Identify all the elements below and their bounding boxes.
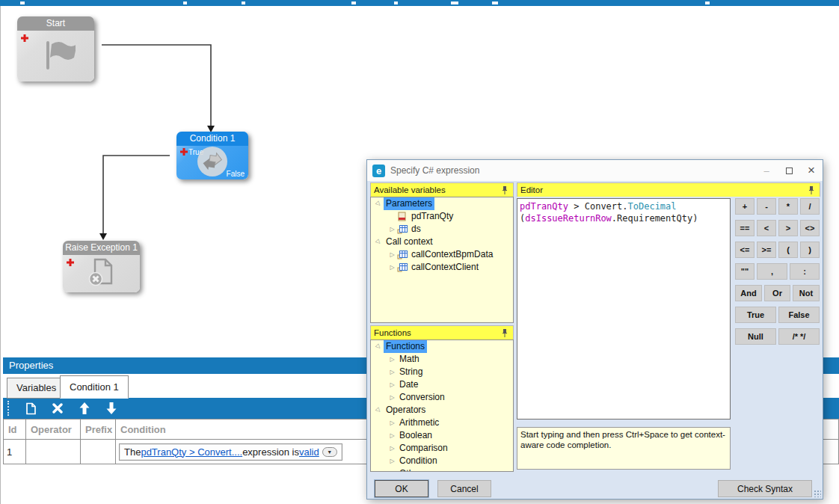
node-condition-title: Condition 1 bbox=[176, 132, 248, 146]
check-syntax-button[interactable]: Check Syntax bbox=[718, 480, 812, 497]
col-operator[interactable]: Operator bbox=[26, 420, 81, 440]
ok-button[interactable]: OK bbox=[375, 480, 428, 497]
tree-item-pdtranqty[interactable]: pdTranQty bbox=[371, 210, 513, 223]
pin-icon[interactable] bbox=[501, 328, 510, 338]
add-plus-icon[interactable] bbox=[66, 256, 75, 270]
add-plus-icon[interactable] bbox=[20, 32, 29, 46]
toolbar-glyph bbox=[351, 1, 356, 4]
tab-condition-1[interactable]: Condition 1 bbox=[60, 375, 129, 399]
node-condition-1[interactable]: Condition 1 True False bbox=[176, 132, 248, 179]
op-closeparen-button[interactable]: ) bbox=[800, 242, 820, 258]
toolbar-glyph bbox=[451, 1, 458, 4]
cancel-button[interactable]: Cancel bbox=[437, 480, 491, 497]
op-multiply-button[interactable]: * bbox=[778, 198, 798, 215]
op-equals-button[interactable]: == bbox=[735, 220, 755, 236]
op-null-button[interactable]: Null bbox=[735, 328, 776, 345]
tree-item-call-context[interactable]: ▷Call context bbox=[371, 236, 513, 248]
node-start[interactable]: Start bbox=[17, 16, 94, 82]
minimize-button[interactable]: – bbox=[755, 162, 778, 179]
code-editor-input[interactable]: pdTranQty > Convert.ToDecimal(dsIssueRet… bbox=[517, 198, 731, 420]
node-raise-exception-1[interactable]: Raise Exception 1 bbox=[63, 241, 140, 292]
op-and-button[interactable]: And bbox=[735, 285, 762, 301]
col-prefix[interactable]: Prefix bbox=[81, 420, 116, 440]
op-true-button[interactable]: True bbox=[735, 307, 776, 323]
tab-variables[interactable]: Variables bbox=[7, 378, 66, 399]
tree-item-boolean[interactable]: ▷Boolean bbox=[371, 429, 513, 442]
op-openparen-button[interactable]: ( bbox=[778, 242, 798, 258]
tree-item-math[interactable]: ▷Math bbox=[371, 353, 513, 366]
condition-dropdown-button[interactable]: ▼ bbox=[322, 447, 337, 457]
op-greaterequal-button[interactable]: >= bbox=[757, 242, 776, 258]
tree-item-ds[interactable]: ▷ds bbox=[371, 223, 513, 236]
code-completion-hint: Start typing and then press Ctrl+Space t… bbox=[517, 427, 731, 470]
op-lessequal-button[interactable]: <= bbox=[735, 242, 755, 258]
maximize-button[interactable] bbox=[778, 162, 800, 179]
tree-item-other[interactable]: ▷Other bbox=[371, 467, 513, 472]
tree-item-conversion[interactable]: ▷Conversion bbox=[371, 391, 513, 404]
tree-item-operators[interactable]: ▷Operators bbox=[371, 404, 513, 417]
node-raise-exception-title: Raise Exception 1 bbox=[63, 241, 140, 255]
delete-row-button[interactable] bbox=[49, 400, 66, 417]
cell-prefix[interactable] bbox=[81, 440, 116, 464]
tree-item-date[interactable]: ▷Date bbox=[371, 378, 513, 391]
cell-id: 1 bbox=[4, 440, 26, 464]
op-less-button[interactable]: < bbox=[757, 220, 776, 236]
top-toolbar-strip bbox=[0, 0, 839, 6]
tree-item-string[interactable]: ▷String bbox=[371, 366, 513, 378]
add-row-button[interactable] bbox=[22, 400, 39, 417]
expander-icon[interactable]: ▷ bbox=[387, 366, 397, 378]
op-comma-button[interactable]: , bbox=[757, 263, 787, 280]
op-not-button[interactable]: Not bbox=[793, 285, 820, 301]
toolbar-drag-handle[interactable] bbox=[7, 401, 10, 416]
tree-item-callcontextbpmdata[interactable]: ▷callContextBpmData bbox=[371, 248, 513, 261]
cell-operator[interactable] bbox=[26, 440, 81, 464]
pin-icon[interactable] bbox=[808, 185, 817, 195]
tree-item-functions[interactable]: ▷Functions bbox=[371, 340, 513, 353]
op-quotes-button[interactable]: "" bbox=[735, 263, 755, 280]
op-minus-button[interactable]: - bbox=[757, 198, 776, 215]
expander-icon[interactable]: ▷ bbox=[387, 467, 397, 472]
add-plus-icon[interactable] bbox=[179, 146, 188, 159]
expression-link[interactable]: pdTranQty > Convert.... bbox=[141, 446, 242, 458]
expander-icon[interactable]: ▷ bbox=[387, 223, 397, 236]
available-variables-panel: Available variables ▷Parameters pdTranQt… bbox=[370, 182, 514, 323]
op-false-button[interactable]: False bbox=[778, 307, 820, 323]
op-comment-button[interactable]: /* */ bbox=[778, 328, 820, 345]
expander-icon[interactable]: ▷ bbox=[387, 353, 397, 366]
op-greater-button[interactable]: > bbox=[778, 220, 798, 236]
resize-grip[interactable] bbox=[814, 490, 821, 497]
valid-link[interactable]: valid bbox=[299, 446, 319, 458]
toolbar-glyph bbox=[183, 1, 187, 4]
tree-item-arithmetic[interactable]: ▷Arithmetic bbox=[371, 417, 513, 429]
expander-icon[interactable]: ▷ bbox=[387, 261, 397, 274]
expander-icon[interactable]: ▷ bbox=[387, 429, 397, 442]
node-condition-body: True False bbox=[176, 146, 248, 179]
move-down-button[interactable] bbox=[103, 400, 120, 417]
op-plus-button[interactable]: + bbox=[735, 198, 755, 215]
expander-icon[interactable]: ▷ bbox=[387, 378, 397, 391]
expander-icon[interactable]: ▷ bbox=[387, 417, 397, 429]
pin-icon[interactable] bbox=[501, 185, 510, 195]
dialog-titlebar[interactable]: e Specify C# expression – × bbox=[367, 160, 823, 181]
code-token: dsIssueReturnRow bbox=[525, 213, 612, 224]
op-or-button[interactable]: Or bbox=[764, 285, 790, 301]
functions-header: Functions bbox=[370, 325, 514, 339]
op-notequal-button[interactable]: <> bbox=[800, 220, 820, 236]
op-colon-button[interactable]: : bbox=[790, 263, 820, 280]
toolbar-glyph bbox=[394, 1, 398, 4]
move-up-button[interactable] bbox=[76, 400, 93, 417]
tree-item-condition[interactable]: ▷Condition bbox=[371, 455, 513, 467]
expander-icon[interactable]: ▷ bbox=[387, 391, 397, 404]
toolbar-glyph bbox=[242, 1, 245, 4]
expander-icon[interactable]: ▷ bbox=[387, 455, 397, 467]
op-divide-button[interactable]: / bbox=[800, 198, 820, 215]
expander-icon[interactable]: ▷ bbox=[387, 442, 397, 455]
col-id[interactable]: Id bbox=[4, 420, 26, 440]
tree-item-callcontextclient[interactable]: ▷callContextClient bbox=[371, 261, 513, 274]
close-button[interactable]: × bbox=[800, 162, 823, 179]
condition-text-mid: expression is bbox=[242, 446, 299, 458]
code-token: ToDecimal bbox=[628, 201, 677, 212]
tree-item-parameters[interactable]: ▷Parameters bbox=[371, 197, 513, 210]
expander-icon[interactable]: ▷ bbox=[387, 248, 397, 261]
tree-item-comparison[interactable]: ▷Comparison bbox=[371, 442, 513, 455]
